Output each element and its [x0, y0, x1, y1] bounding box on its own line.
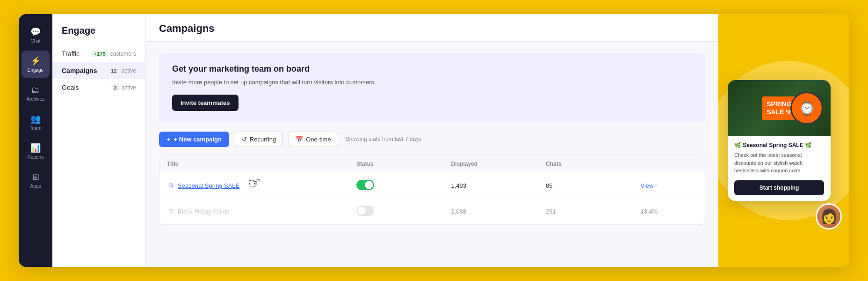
- goals-badge-num: 2: [111, 84, 120, 91]
- desktop-icon: 🖥: [167, 182, 174, 190]
- main-body: Get your marketing team on board Invite …: [146, 42, 718, 267]
- new-campaign-button[interactable]: + + New campaign: [159, 132, 229, 147]
- apps-icon: ⊞: [32, 172, 39, 182]
- rate-2: 13.4%: [641, 208, 698, 215]
- desktop-icon-2: 🖥: [167, 207, 174, 215]
- toggle-inactive-2[interactable]: [356, 206, 374, 216]
- app-container: 💬 Chat ⚡ Engage 🗂 Archives 👥 Team 📊 Repo…: [19, 14, 849, 267]
- sidebar-campaigns[interactable]: Campaigns 12 active: [52, 62, 145, 79]
- traffic-badge-num: +179: [91, 51, 108, 57]
- sidebar-item-chat[interactable]: 💬 Chat: [22, 22, 50, 49]
- sidebar-label-chat: Chat: [30, 38, 40, 44]
- avatar-face: 👩: [820, 209, 838, 223]
- sidebar-goals-label: Goals: [62, 84, 79, 91]
- engage-icon: ⚡: [30, 56, 41, 66]
- promo-title: Get your marketing team on board: [172, 64, 692, 74]
- table-row: 🖥 Black Friday Action 2,088 291 13.4%: [159, 199, 705, 224]
- th-chats: Chats: [546, 161, 641, 167]
- start-shopping-button[interactable]: Start shopping: [734, 180, 824, 195]
- campaigns-badge-num: 12: [108, 67, 119, 74]
- sidebar-label-reports: Reports: [27, 155, 43, 160]
- invite-teammates-button[interactable]: Invite teammates: [172, 95, 239, 111]
- chats-2: 291: [546, 208, 641, 215]
- sidebar-item-engage[interactable]: ⚡ Engage: [22, 51, 50, 78]
- status-toggle-2[interactable]: [356, 206, 451, 218]
- sidebar-traffic-label: Traffic: [62, 50, 80, 58]
- icon-sidebar: 💬 Chat ⚡ Engage 🗂 Archives 👥 Team 📊 Repo…: [19, 14, 52, 267]
- view-link-1[interactable]: View r: [641, 182, 698, 189]
- sidebar-item-reports[interactable]: 📊 Reports: [22, 138, 50, 165]
- popup-subtitle: 🌿 Seasonal Spring SALE 🌿: [734, 142, 824, 148]
- sidebar-traffic[interactable]: Traffic +179 customers: [52, 45, 145, 62]
- sidebar-traffic-left: Traffic: [62, 50, 80, 58]
- th-action: [641, 161, 698, 167]
- team-icon: 👥: [30, 114, 41, 124]
- sidebar-label-engage: Engage: [28, 67, 43, 73]
- sidebar-label-apps: Apps: [30, 184, 41, 189]
- table-header: Title Status Displayed Chats: [159, 155, 705, 173]
- sidebar-item-apps[interactable]: ⊞ Apps: [22, 167, 50, 194]
- recurring-label: Recurring: [250, 136, 276, 143]
- right-panel: SPRINGSALE % ⌚ 🌿 Seasonal Spring SALE 🌿 …: [718, 14, 849, 267]
- main-header: Campaigns: [146, 14, 718, 42]
- campaign-name-2[interactable]: Black Friday Action: [178, 208, 230, 215]
- sidebar-header: Engage: [52, 23, 145, 45]
- toggle-active-1[interactable]: [356, 180, 374, 190]
- table-row: 🖥 Seasonal Spring SALE 1,493 85 View r: [159, 173, 705, 199]
- avatar-container: 👩: [816, 203, 842, 229]
- new-campaign-label: + New campaign: [174, 136, 222, 143]
- campaign-name-cell-1: 🖥 Seasonal Spring SALE: [167, 182, 356, 190]
- sidebar-campaigns-label: Campaigns: [62, 67, 97, 74]
- campaign-name-1[interactable]: Seasonal Spring SALE: [178, 182, 239, 189]
- status-toggle-1[interactable]: [356, 180, 451, 192]
- archives-icon: 🗂: [31, 85, 40, 95]
- th-displayed: Displayed: [451, 161, 546, 167]
- plus-icon: +: [166, 136, 170, 143]
- stats-label: Showing stats from last 7 days: [346, 136, 422, 142]
- th-title: Title: [167, 161, 356, 167]
- sidebar-item-archives[interactable]: 🗂 Archives: [22, 80, 50, 107]
- main-content: Campaigns Get your marketing team on boa…: [146, 14, 718, 267]
- sidebar-traffic-badge: +179 customers: [91, 51, 136, 57]
- avatar: 👩: [816, 203, 842, 229]
- sidebar-label-team: Team: [30, 126, 41, 131]
- sidebar-goals-left: Goals: [62, 84, 79, 91]
- watch-icon: ⌚: [790, 92, 823, 125]
- promo-card: Get your marketing team on board Invite …: [159, 53, 705, 122]
- traffic-badge-label: customers: [110, 51, 136, 57]
- one-time-label: One-time: [306, 136, 331, 143]
- campaign-controls: + + New campaign ↺ Recurring 📅 One-time …: [159, 132, 705, 147]
- recurring-filter-button[interactable]: ↺ Recurring: [235, 132, 283, 147]
- sidebar-label-archives: Archives: [27, 96, 44, 102]
- displayed-2: 2,088: [451, 208, 546, 215]
- campaigns-table: Title Status Displayed Chats 🖥 Seasonal …: [159, 155, 705, 225]
- goals-badge-label: active: [122, 84, 136, 91]
- recurring-icon: ↺: [242, 136, 247, 143]
- popup-card: SPRINGSALE % ⌚ 🌿 Seasonal Spring SALE 🌿 …: [728, 80, 831, 201]
- popup-body: 🌿 Seasonal Spring SALE 🌿 Check out the l…: [728, 136, 831, 201]
- campaign-name-cell-2: 🖥 Black Friday Action: [167, 207, 356, 215]
- secondary-sidebar: Engage Traffic +179 customers Campaigns …: [52, 14, 146, 267]
- page-title: Campaigns: [159, 22, 705, 35]
- sidebar-goals[interactable]: Goals 2 active: [52, 79, 145, 96]
- promo-description: Invite more people to set up campaigns t…: [172, 78, 692, 87]
- chat-icon: 💬: [30, 27, 41, 37]
- displayed-1: 1,493: [451, 182, 546, 189]
- th-status: Status: [356, 161, 451, 167]
- campaigns-badge-label: active: [122, 67, 136, 74]
- reports-icon: 📊: [30, 143, 41, 153]
- calendar-icon: 📅: [296, 136, 303, 143]
- sidebar-goals-badge: 2 active: [111, 84, 136, 91]
- sidebar-campaigns-left: Campaigns: [62, 67, 97, 74]
- popup-description: Check out the latest seasonal discounts …: [734, 151, 824, 175]
- one-time-filter-button[interactable]: 📅 One-time: [289, 132, 338, 147]
- popup-image: SPRINGSALE % ⌚: [728, 80, 831, 136]
- sidebar-item-team[interactable]: 👥 Team: [22, 109, 50, 136]
- sidebar-campaigns-badge: 12 active: [108, 67, 136, 74]
- chats-1: 85: [546, 182, 641, 189]
